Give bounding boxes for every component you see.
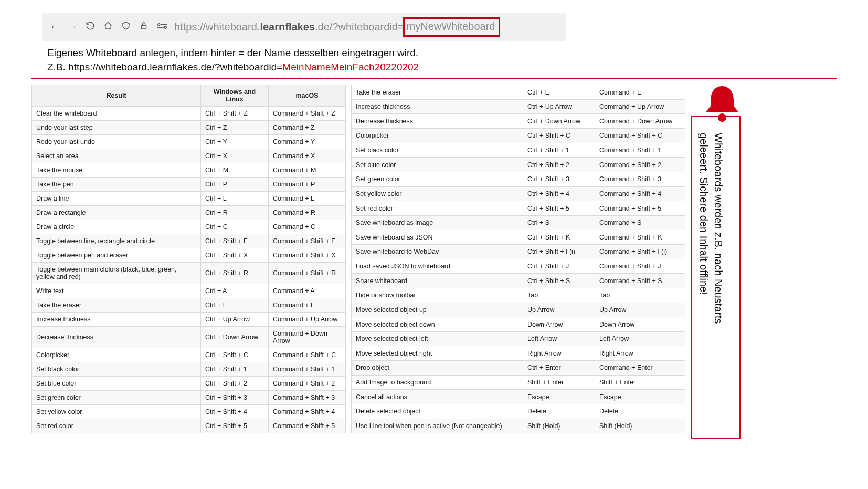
red-divider bbox=[31, 78, 837, 79]
table-row: Move selected object upUp ArrowUp Arrow bbox=[352, 303, 685, 317]
shield-icon[interactable] bbox=[121, 21, 131, 33]
table-cell: Shift (Hold) bbox=[595, 419, 685, 433]
table-cell: Take the eraser bbox=[352, 85, 523, 100]
table-cell: Command + Down Arrow bbox=[595, 114, 685, 129]
shortcut-table-right: Take the eraserCtrl + ECommand + EIncrea… bbox=[351, 85, 685, 433]
table-cell: Ctrl + Shift + 2 bbox=[523, 158, 595, 172]
table-cell: Draw a rectangle bbox=[32, 206, 201, 220]
table-row: Set blue colorCtrl + Shift + 2Command + … bbox=[352, 158, 685, 172]
table-cell: Command + Shift + F bbox=[269, 234, 346, 248]
table-cell: Drop object bbox=[352, 361, 523, 376]
table-row: Increase thicknessCtrl + Up ArrowCommand… bbox=[32, 313, 346, 327]
table-cell: Command + Shift + 3 bbox=[269, 391, 346, 405]
table-cell: Command + Shift + 2 bbox=[595, 158, 685, 172]
table-cell: Ctrl + Shift + 3 bbox=[523, 172, 595, 186]
table-cell: Escape bbox=[523, 390, 595, 404]
reload-icon[interactable] bbox=[85, 21, 96, 33]
table-cell: Move selected object down bbox=[352, 317, 523, 332]
table-cell: Command + Shift + Z bbox=[269, 107, 346, 121]
table-cell: Command + Up Arrow bbox=[269, 313, 346, 327]
table-cell: Set yellow color bbox=[352, 186, 523, 201]
lock-icon[interactable] bbox=[139, 21, 149, 33]
table-cell: Command + Z bbox=[269, 121, 346, 135]
table-cell: Ctrl + Shift + 4 bbox=[523, 186, 595, 201]
table-cell: Ctrl + R bbox=[201, 206, 269, 220]
table-row: Write textCtrl + ACommand + A bbox=[32, 284, 346, 298]
table-cell: Set black color bbox=[32, 362, 201, 377]
table-cell: Ctrl + Shift + C bbox=[523, 129, 595, 143]
table-cell: Down Arrow bbox=[523, 317, 595, 332]
table-cell: Set black color bbox=[352, 143, 523, 158]
table-row: Redo your last undoCtrl + YCommand + Y bbox=[32, 135, 346, 149]
table-cell: Escape bbox=[595, 390, 685, 404]
url-display[interactable]: https://whiteboard.learnflakes.de/?white… bbox=[174, 17, 558, 37]
table-row: ColorpickerCtrl + Shift + CCommand + Shi… bbox=[32, 348, 346, 362]
table-cell: Clear the whiteboard bbox=[32, 107, 201, 121]
table-row: Set black colorCtrl + Shift + 1Command +… bbox=[32, 362, 346, 377]
table-cell: Set blue color bbox=[32, 377, 201, 391]
table-cell: Command + R bbox=[269, 206, 346, 220]
table-row: Set red colorCtrl + Shift + 5Command + S… bbox=[32, 419, 346, 433]
table-cell: Ctrl + Down Arrow bbox=[201, 327, 269, 348]
table-row: Move selected object leftLeft ArrowLeft … bbox=[352, 331, 685, 346]
table-cell: Ctrl + Shift + X bbox=[201, 248, 269, 263]
table-cell: Move selected object left bbox=[352, 331, 523, 346]
table-cell: Command + Shift + 3 bbox=[595, 172, 685, 186]
table-row: Set green colorCtrl + Shift + 3Command +… bbox=[352, 172, 685, 186]
table-cell: Save whiteboard as image bbox=[352, 215, 523, 230]
table-cell: Ctrl + Down Arrow bbox=[523, 114, 595, 129]
svg-point-3 bbox=[164, 26, 166, 28]
table-row: Set yellow colorCtrl + Shift + 4Command … bbox=[32, 405, 346, 419]
forward-icon[interactable]: → bbox=[67, 22, 78, 33]
table-row: Add Image to backgroundShift + EnterShif… bbox=[352, 375, 685, 390]
table-cell: Command + Shift + 5 bbox=[269, 419, 346, 433]
table-cell: Command + Shift + 4 bbox=[269, 405, 346, 419]
table-cell: Left Arrow bbox=[523, 331, 595, 346]
table-cell: Decrease thickness bbox=[32, 327, 201, 348]
table-row: Toggle between line, rectangle and circl… bbox=[32, 234, 346, 248]
table-cell: Take the eraser bbox=[32, 298, 201, 313]
table-cell: Set yellow color bbox=[32, 405, 201, 419]
table-cell: Select an area bbox=[32, 149, 201, 163]
table-cell: Down Arrow bbox=[595, 317, 685, 332]
table-cell: Command + P bbox=[269, 178, 346, 192]
table-cell: Command + E bbox=[595, 85, 685, 100]
table-cell: Redo your last undo bbox=[32, 135, 201, 149]
table-cell: Set red color bbox=[352, 201, 523, 216]
table-cell: Up Arrow bbox=[595, 303, 685, 317]
table-row: Take the eraserCtrl + ECommand + E bbox=[32, 298, 346, 313]
table-cell: Command + Shift + 1 bbox=[269, 362, 346, 377]
table-cell: Ctrl + Up Arrow bbox=[523, 99, 595, 114]
table-cell: Toggle between pen and eraser bbox=[32, 248, 201, 263]
table-cell: Share whiteboard bbox=[352, 274, 523, 288]
table-cell: Ctrl + Shift + F bbox=[201, 234, 269, 248]
table-cell: Hide or show toolbar bbox=[352, 288, 523, 303]
table-cell: Up Arrow bbox=[523, 303, 595, 317]
table-row: Save whiteboard to WebDavCtrl + Shift + … bbox=[352, 245, 685, 259]
table-cell: Command + Down Arrow bbox=[269, 327, 346, 348]
table-cell: Add Image to background bbox=[352, 375, 523, 390]
table-cell: Command + M bbox=[269, 163, 346, 178]
table-cell: Draw a circle bbox=[32, 220, 201, 234]
table-cell: Use Line tool when pen is active (Not ch… bbox=[352, 419, 523, 433]
settings-toggle-icon[interactable] bbox=[156, 22, 167, 33]
table-cell: Shift (Hold) bbox=[523, 419, 595, 433]
table-cell: Ctrl + L bbox=[201, 192, 269, 206]
table-cell: Ctrl + Shift + 2 bbox=[201, 377, 269, 391]
table-cell: Ctrl + Enter bbox=[523, 361, 595, 376]
table-cell: Ctrl + E bbox=[523, 85, 595, 100]
back-icon[interactable]: ← bbox=[49, 22, 60, 33]
table-row: Cancel all actionsEscapeEscape bbox=[352, 390, 685, 404]
table-cell: Ctrl + Shift + 1 bbox=[201, 362, 269, 377]
table-cell: Command + Shift + X bbox=[269, 248, 346, 263]
svg-point-1 bbox=[158, 24, 160, 26]
home-icon[interactable] bbox=[103, 21, 113, 33]
table-cell: Set blue color bbox=[352, 158, 523, 172]
url-whiteboard-id-highlight: myNewWhiteboard bbox=[403, 17, 500, 37]
table-cell: Tab bbox=[595, 288, 685, 303]
table-row: Undo your last stepCtrl + ZCommand + Z bbox=[32, 121, 346, 135]
table-row: Delete selected objectDeleteDelete bbox=[352, 404, 685, 419]
table-row: Save whiteboard as imageCtrl + SCommand … bbox=[352, 215, 685, 230]
table-cell: Ctrl + M bbox=[201, 163, 269, 178]
table-cell: Command + Shift + K bbox=[595, 230, 685, 245]
